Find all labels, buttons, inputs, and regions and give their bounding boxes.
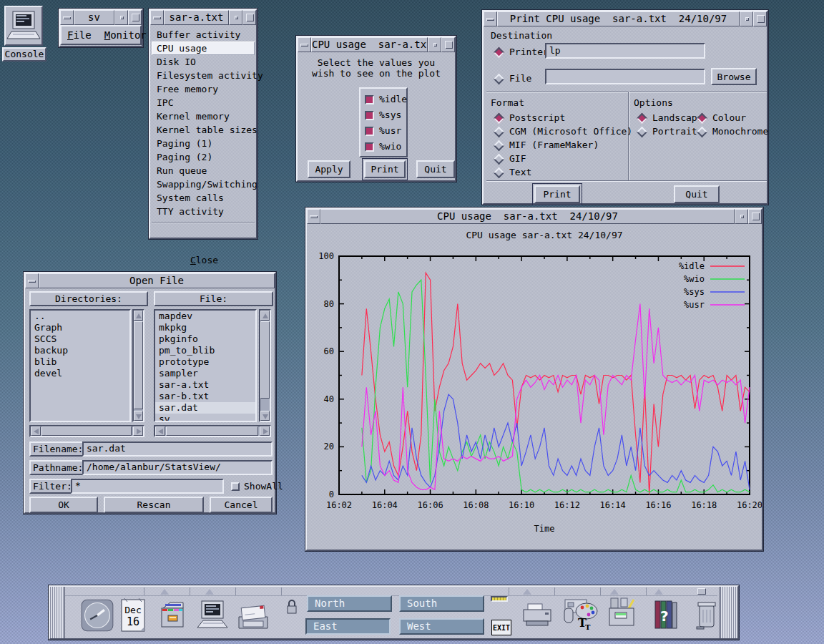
scroll-down-button[interactable] (134, 411, 143, 421)
window-menu-button[interactable] (150, 10, 164, 25)
list-item[interactable]: SCCS (31, 333, 129, 345)
maximize-button[interactable] (748, 209, 762, 224)
list-item[interactable]: sar.dat (155, 402, 255, 414)
list-item[interactable]: devel (31, 368, 129, 379)
menu-item[interactable]: System calls (152, 191, 255, 205)
apply-button[interactable]: Apply (308, 160, 350, 178)
colour-radio-row[interactable]: Colour (698, 112, 746, 124)
list-item[interactable]: sar-b.txt (155, 391, 255, 402)
directories-list[interactable]: ..GraphSCCSbackupblibdevel (29, 309, 131, 422)
colour-radio[interactable] (697, 112, 708, 124)
file-radio-row[interactable]: File (495, 73, 531, 84)
scroll-thumb[interactable] (134, 321, 143, 409)
scroll-up-button[interactable] (134, 311, 143, 321)
window-menu-button[interactable] (25, 273, 39, 288)
idle-checkbox[interactable] (365, 95, 374, 104)
print-button[interactable]: Print (364, 160, 406, 178)
menu-item[interactable]: Run queue (152, 164, 255, 177)
list-item[interactable]: sampler (155, 368, 255, 379)
style-manager-icon[interactable]: T T (561, 597, 601, 634)
maximize-button[interactable] (753, 11, 767, 26)
window-menu-button[interactable] (298, 37, 311, 52)
monitor-menu-titlebar[interactable]: sar-a.txt (150, 10, 256, 25)
list-item[interactable]: sv (155, 414, 255, 422)
mail-icon[interactable] (235, 598, 272, 633)
filter-field[interactable]: * (71, 479, 224, 494)
format-mif-row[interactable]: MIF (FrameMaker) (495, 140, 599, 151)
menu-item[interactable]: Kernel table sizes (152, 123, 255, 137)
format-gif-row[interactable]: GIF (495, 153, 526, 165)
menu-item[interactable]: Paging (1) (152, 137, 255, 150)
list-item[interactable]: blib (31, 356, 129, 368)
list-item[interactable]: mkpkg (155, 322, 255, 333)
gif-radio[interactable] (494, 153, 505, 165)
list-item[interactable]: sar-a.txt (155, 379, 255, 391)
workspace-east-button[interactable]: East (305, 618, 391, 635)
file-radio[interactable] (494, 73, 505, 84)
file-manager-icon[interactable] (156, 598, 190, 633)
window-menu-button[interactable] (307, 209, 320, 224)
menu-item[interactable]: Paging (2) (152, 150, 255, 164)
list-item[interactable]: prototype (155, 356, 255, 368)
printer-icon[interactable] (519, 600, 555, 633)
help-icon[interactable]: ? (649, 597, 682, 634)
list-item[interactable]: .. (31, 311, 129, 322)
list-item[interactable]: pkginfo (155, 333, 255, 345)
files-subpanel-arrow[interactable] (160, 589, 169, 595)
list-item[interactable]: mapdev (155, 311, 255, 322)
menu-item-close[interactable]: Close (152, 240, 258, 253)
list-item[interactable]: pm_to_blib (155, 345, 255, 356)
workspace-north-button[interactable]: North (307, 595, 392, 612)
postscript-radio[interactable] (494, 112, 505, 124)
portrait-radio[interactable] (637, 126, 648, 137)
terminal-icon[interactable] (195, 598, 230, 633)
printer-radio-row[interactable]: Printer (495, 47, 549, 58)
window-menu-button[interactable] (60, 10, 74, 25)
scroll-up-button[interactable] (260, 311, 270, 321)
workspace-west-button[interactable]: West (399, 618, 484, 635)
maximize-button[interactable] (441, 37, 455, 52)
menu-item[interactable]: IPC (152, 96, 255, 109)
quit-button[interactable]: Quit (416, 160, 455, 178)
files-vscrollbar[interactable] (259, 309, 271, 422)
directories-hscrollbar[interactable] (29, 425, 144, 437)
panel-left-handle[interactable] (50, 587, 65, 638)
wio-checkbox[interactable] (365, 142, 374, 152)
scroll-left-button[interactable] (155, 426, 165, 436)
panel-right-handle[interactable] (720, 587, 737, 638)
directories-vscrollbar[interactable] (132, 309, 144, 422)
calendar-icon[interactable]: Dec 16 (119, 597, 147, 634)
scroll-thumb[interactable] (260, 321, 270, 399)
format-cgm-row[interactable]: CGM (Microsoft Office) (495, 126, 632, 137)
minimize-button[interactable] (735, 209, 748, 224)
cgm-radio[interactable] (494, 126, 505, 137)
monochrome-radio[interactable] (697, 126, 708, 137)
menu-item[interactable]: Free memory (152, 82, 255, 96)
showall-row[interactable]: ShowAll (231, 481, 283, 492)
minimize-button[interactable] (114, 10, 128, 25)
format-postscript-row[interactable]: Postscript (495, 112, 565, 124)
window-menu-button[interactable] (484, 11, 497, 26)
menu-item[interactable]: Buffer activity (152, 28, 255, 42)
file-menu[interactable]: File (67, 29, 92, 41)
chart-window-titlebar[interactable]: CPU usage sar-a.txt 24/10/97 (307, 209, 762, 224)
lock-icon[interactable] (286, 599, 298, 615)
sys-checkbox[interactable] (365, 111, 374, 120)
menu-item[interactable]: Swapping/Switching (152, 177, 255, 191)
exit-button[interactable]: EXIT (491, 620, 511, 635)
monitor-menu[interactable]: Monitor (104, 29, 147, 41)
minimize-button[interactable] (229, 10, 242, 25)
menu-item[interactable]: TTY activity (152, 205, 255, 218)
maximize-button[interactable] (242, 10, 256, 25)
print-dialog-quit-button[interactable]: Quit (674, 185, 720, 203)
files-hscrollbar[interactable] (154, 425, 271, 437)
checkbox-row-idle[interactable]: %idle (365, 94, 407, 105)
monochrome-radio-row[interactable]: Monochrome (698, 126, 768, 137)
list-item[interactable]: backup (31, 345, 129, 356)
scroll-left-button[interactable] (31, 426, 41, 436)
open-file-titlebar[interactable]: Open File (25, 273, 275, 288)
mif-radio[interactable] (494, 140, 505, 151)
scroll-down-button[interactable] (260, 411, 270, 421)
applications-icon[interactable] (605, 597, 641, 634)
minimize-button[interactable] (740, 11, 753, 26)
